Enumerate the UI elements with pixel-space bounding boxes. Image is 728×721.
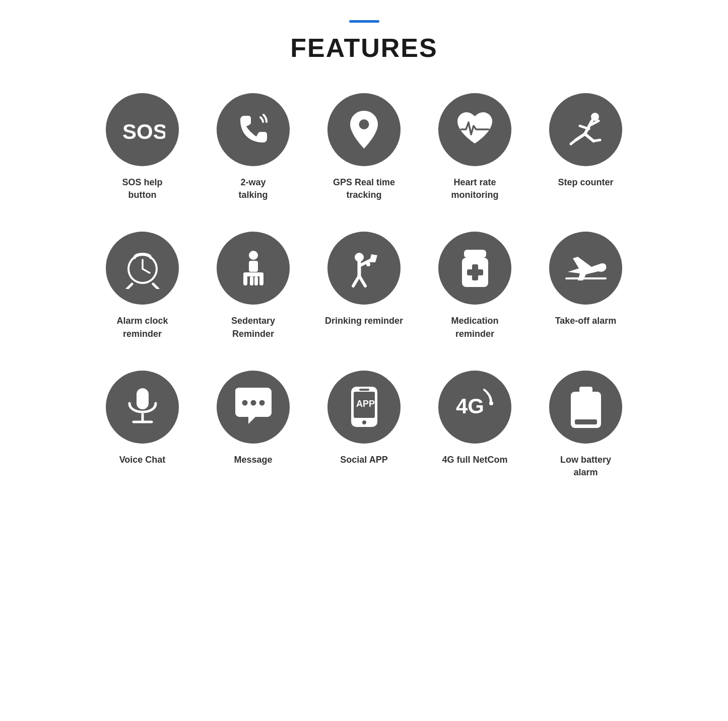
alarm-icon [122, 248, 163, 289]
medication-label: Medicationreminder [451, 315, 498, 340]
sos-icon: SOS [120, 116, 165, 143]
message-icon [231, 387, 276, 427]
svg-text:SOS: SOS [122, 120, 165, 143]
alarm-icon-circle [106, 232, 179, 305]
battery-icon-circle [549, 371, 622, 444]
svg-point-16 [249, 251, 258, 260]
drinking-icon-circle [327, 232, 401, 305]
svg-rect-49 [575, 419, 597, 424]
svg-point-39 [259, 400, 264, 406]
voice-icon-circle [106, 371, 179, 444]
sedentary-label: SedentaryReminder [231, 315, 275, 340]
heart-icon [453, 108, 496, 151]
svg-line-10 [127, 284, 132, 289]
step-icon [566, 110, 606, 150]
socialapp-icon-circle: APP [327, 371, 401, 444]
svg-line-9 [571, 140, 576, 144]
feature-step: Step counter [541, 93, 631, 189]
gps-icon-circle [327, 93, 401, 166]
svg-rect-21 [250, 276, 253, 285]
header-accent-line [349, 20, 379, 23]
socialapp-icon: APP [347, 385, 381, 429]
step-label: Step counter [558, 176, 613, 189]
medication-icon-circle [438, 232, 511, 305]
svg-point-37 [242, 400, 247, 406]
features-row-2: Alarm clockreminder [87, 232, 641, 340]
feature-takeoff: Take-off alarm [541, 232, 631, 327]
svg-rect-32 [467, 269, 483, 275]
takeoff-label: Take-off alarm [555, 315, 617, 327]
svg-point-1 [359, 119, 369, 129]
svg-point-38 [250, 400, 256, 406]
svg-rect-17 [249, 261, 258, 272]
takeoff-icon-circle [549, 232, 622, 305]
sos-label: SOS helpbutton [122, 176, 162, 201]
socialapp-label: Social APP [340, 454, 387, 466]
svg-rect-34 [137, 388, 149, 409]
svg-line-6 [585, 134, 593, 141]
gps-label: GPS Real timetracking [333, 176, 395, 201]
svg-line-7 [576, 134, 585, 140]
sedentary-icon-circle [217, 232, 290, 305]
step-icon-circle [549, 93, 622, 166]
sos-icon-circle: SOS [106, 93, 179, 166]
sedentary-icon [233, 248, 274, 289]
svg-point-46 [489, 401, 493, 405]
feature-medication: Medicationreminder [430, 232, 520, 340]
svg-line-27 [353, 276, 359, 286]
4g-icon-circle: 4G [438, 371, 511, 444]
talking-icon [234, 111, 272, 149]
svg-rect-29 [464, 250, 486, 258]
feature-heart: Heart ratemonitoring [430, 93, 520, 201]
features-row-3: Voice Chat Message [87, 371, 641, 479]
page-container: FEATURES SOS SOS helpbutton [87, 20, 641, 479]
features-row-1: SOS SOS helpbutton 2-waytalking [87, 93, 641, 201]
heart-icon-circle [438, 93, 511, 166]
message-label: Message [234, 454, 272, 466]
feature-gps: GPS Real timetracking [319, 93, 410, 201]
drinking-icon [344, 248, 384, 289]
svg-point-43 [362, 420, 366, 424]
svg-line-8 [593, 140, 600, 141]
feature-message: Message [208, 371, 299, 466]
svg-rect-48 [579, 387, 592, 393]
svg-text:4G: 4G [456, 394, 484, 418]
feature-alarm: Alarm clockreminder [97, 232, 188, 340]
4g-label: 4G full NetCom [442, 454, 507, 466]
features-grid: SOS SOS helpbutton 2-waytalking [87, 93, 641, 479]
voice-icon [124, 386, 161, 428]
feature-sos: SOS SOS helpbutton [97, 93, 188, 201]
svg-line-11 [153, 284, 158, 289]
message-icon-circle [217, 371, 290, 444]
page-title: FEATURES [87, 33, 641, 63]
svg-point-26 [366, 262, 370, 266]
feature-4g: 4G 4G full NetCom [430, 371, 520, 466]
talking-label: 2-waytalking [238, 176, 268, 201]
svg-rect-20 [259, 272, 263, 285]
battery-icon [568, 384, 604, 429]
gps-icon [345, 108, 383, 151]
voice-label: Voice Chat [119, 454, 166, 466]
svg-rect-22 [254, 276, 258, 285]
4g-icon: 4G [453, 386, 497, 428]
drinking-label: Drinking reminder [325, 315, 403, 327]
feature-voice: Voice Chat [97, 371, 188, 466]
alarm-label: Alarm clockreminder [116, 315, 168, 340]
battery-label: Low batteryalarm [560, 454, 611, 479]
feature-battery: Low batteryalarm [541, 371, 631, 479]
feature-sedentary: SedentaryReminder [208, 232, 299, 340]
takeoff-icon [564, 249, 608, 287]
svg-rect-44 [359, 389, 369, 391]
heart-label: Heart ratemonitoring [451, 176, 499, 201]
svg-line-28 [359, 276, 365, 286]
feature-talking: 2-waytalking [208, 93, 299, 201]
feature-drinking: Drinking reminder [319, 232, 410, 327]
talking-icon-circle [217, 93, 290, 166]
medication-icon [457, 248, 493, 289]
page-header: FEATURES [87, 20, 641, 63]
svg-text:APP: APP [356, 399, 375, 409]
feature-socialapp: APP Social APP [319, 371, 410, 466]
